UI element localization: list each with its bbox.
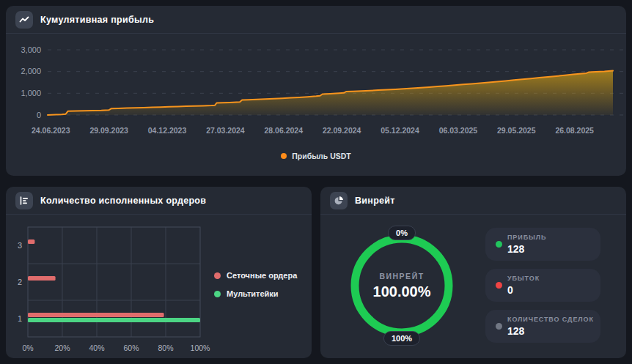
legend-label: Сеточные ордера [227, 271, 297, 280]
stat-value: 128 [507, 325, 595, 337]
cumulative-profit-chart[interactable]: 3,0002,0001,0000 [6, 34, 626, 123]
x-axis-tick: 06.03.2025 [439, 126, 478, 135]
stat-label: ПРИБЫЛЬ [507, 234, 595, 241]
winrate-donut-chart[interactable]: ВИНРЕЙТ 100.00% 0% 100% [343, 227, 460, 344]
svg-text:80%: 80% [158, 343, 173, 352]
winrate-value: 100.00% [373, 283, 431, 300]
svg-text:1,000: 1,000 [21, 89, 41, 97]
svg-text:3: 3 [18, 241, 22, 250]
legend-label: Мультитейки [227, 289, 279, 298]
legend-item-multitakes[interactable]: Мультитейки [214, 289, 297, 298]
svg-text:40%: 40% [89, 343, 104, 352]
stat-value: 0 [507, 284, 595, 296]
x-axis-tick: 26.08.2025 [555, 126, 594, 135]
legend-label: Прибыль USDT [292, 152, 351, 160]
chart-legend-item-profit[interactable]: Прибыль USDT [6, 152, 626, 160]
stat-card-loss: УБЫТОК 0 [485, 269, 600, 302]
ring-start-badge: 0% [388, 226, 416, 240]
svg-text:60%: 60% [123, 343, 139, 352]
pie-chart-icon [330, 192, 348, 209]
winrate-label: ВИНРЕЙТ [379, 272, 424, 281]
panel-title: Количество исполненных ордеров [40, 196, 206, 206]
svg-text:0: 0 [37, 111, 41, 119]
gray-dot [496, 323, 502, 330]
panel-title: Кумулятивная прибыль [40, 15, 154, 25]
stat-card-total-trades: КОЛИЧЕСТВО СДЕЛОК 128 [485, 310, 600, 343]
trend-line-icon [15, 11, 33, 29]
svg-text:100%: 100% [191, 343, 210, 352]
x-axis-tick: 28.06.2024 [265, 126, 304, 135]
donut-center: ВИНРЕЙТ 100.00% [343, 227, 460, 344]
legend-item-grid-orders[interactable]: Сеточные ордера [214, 271, 297, 280]
winrate-stats: ПРИБЫЛЬ 128 УБЫТОК 0 КОЛИЧЕСТВО СДЕЛОК 1… [485, 228, 600, 343]
panel-executed-orders: Количество исполненных ордеров 3210%20%4… [6, 187, 312, 358]
svg-text:1: 1 [18, 314, 22, 323]
x-axis-tick: 05.12.2024 [381, 126, 419, 135]
legend-dot [214, 291, 221, 297]
x-axis-labels: 24.06.202329.09.202304.12.202327.03.2024… [32, 126, 594, 135]
panel-header: Количество исполненных ордеров [6, 187, 312, 215]
svg-text:20%: 20% [54, 343, 70, 352]
legend-dot [214, 272, 221, 279]
horizontal-bars-icon [15, 192, 33, 209]
panel-header: Винрейт [320, 187, 626, 215]
x-axis-tick: 29.09.2023 [89, 126, 128, 135]
svg-text:3,000: 3,000 [21, 45, 41, 54]
red-dot [496, 282, 502, 289]
stat-label: УБЫТОК [507, 275, 595, 282]
stat-value: 128 [507, 243, 595, 255]
x-axis-tick: 22.09.2024 [323, 126, 361, 135]
x-axis-tick: 29.05.2025 [497, 126, 536, 135]
legend-dot [281, 153, 287, 159]
panel-header: Кумулятивная прибыль [6, 6, 626, 34]
bar-chart-legend: Сеточные ордера Мультитейки [214, 271, 297, 298]
green-dot [496, 241, 502, 248]
panel-winrate: Винрейт ВИНРЕЙТ 100.00% 0% 100% ПРИБЫЛЬ … [320, 187, 626, 358]
svg-text:2,000: 2,000 [21, 67, 41, 75]
x-axis-tick: 24.06.2023 [32, 126, 70, 135]
x-axis-tick: 27.03.2024 [206, 126, 245, 135]
svg-text:0%: 0% [22, 343, 33, 352]
panel-title: Винрейт [355, 196, 395, 206]
panel-cumulative-profit: Кумулятивная прибыль 3,0002,0001,0000 24… [6, 6, 626, 176]
stat-label: КОЛИЧЕСТВО СДЕЛОК [507, 316, 595, 323]
svg-text:2: 2 [18, 278, 22, 286]
stat-card-profit: ПРИБЫЛЬ 128 [485, 228, 600, 261]
x-axis-tick: 04.12.2023 [148, 126, 187, 135]
ring-end-badge: 100% [383, 331, 420, 346]
trading-dashboard: Кумулятивная прибыль 3,0002,0001,0000 24… [0, 0, 632, 364]
